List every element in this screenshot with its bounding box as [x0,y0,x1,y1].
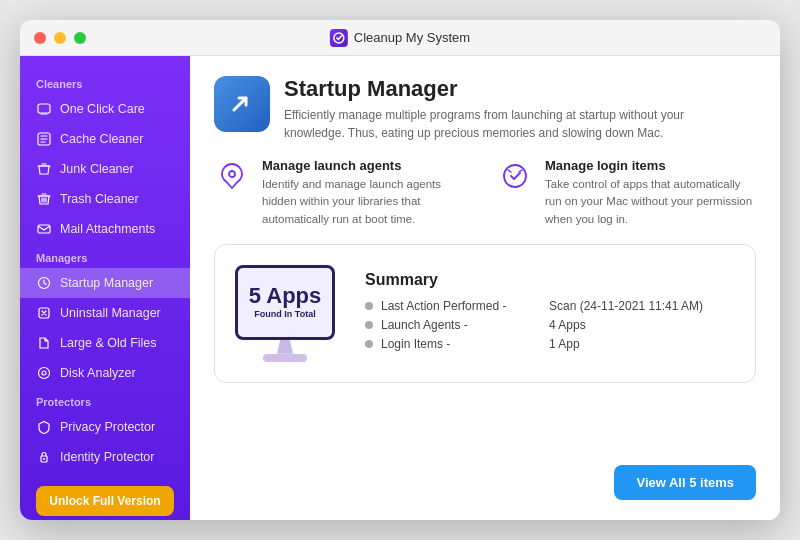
trash-cleaner-label: Trash Cleaner [60,192,139,206]
feature-launch-agents-title: Manage launch agents [262,158,473,173]
feature-launch-agents: Manage launch agents Identify and manage… [214,158,473,228]
sidebar-item-trash-cleaner[interactable]: Trash Cleaner [20,184,190,214]
uninstall-manager-icon [36,305,52,321]
svg-point-7 [42,371,46,375]
uninstall-manager-label: Uninstall Manager [60,306,161,320]
sidebar-item-privacy-protector[interactable]: Privacy Protector [20,412,190,442]
app-icon [330,29,348,47]
disk-analyzer-icon [36,365,52,381]
identity-protector-icon [36,449,52,465]
startup-manager-app-icon [214,76,270,132]
content-area: Startup Manager Efficiently manage multi… [190,56,780,520]
large-old-files-label: Large & Old Files [60,336,157,350]
main-window: Cleanup My System Cleaners One Click Car… [20,20,780,520]
view-all-button[interactable]: View All 5 items [614,465,756,500]
monitor-count: 5 Apps [249,283,322,309]
summary-dot-2 [365,340,373,348]
minimize-button[interactable] [54,32,66,44]
sidebar-section-cleaners: Cleaners [20,70,190,94]
feature-launch-agents-description: Identify and manage launch agents hidden… [262,176,473,228]
summary-details: Summary Last Action Performed - Scan (24… [365,271,735,356]
app-header: Startup Manager Efficiently manage multi… [214,76,756,142]
titlebar-center: Cleanup My System [330,29,470,47]
feature-login-items-description: Take control of apps that automatically … [545,176,756,228]
maximize-button[interactable] [74,32,86,44]
summary-key-2: Login Items - [381,337,541,351]
features-row: Manage launch agents Identify and manage… [214,158,756,228]
svg-point-9 [43,458,45,460]
summary-row-1: Launch Agents - 4 Apps [365,318,735,332]
launch-agents-icon [214,158,250,194]
sidebar-item-startup-manager[interactable]: Startup Manager [20,268,190,298]
monitor-sublabel: Found In Total [254,309,315,321]
app-title: Cleanup My System [354,30,470,45]
sidebar-item-large-old-files[interactable]: Large & Old Files [20,328,190,358]
sidebar-section-managers: Managers [20,244,190,268]
sidebar-item-cache-cleaner[interactable]: Cache Cleaner [20,124,190,154]
app-header-description: Efficiently manage multiple programs fro… [284,106,734,142]
privacy-protector-label: Privacy Protector [60,420,155,434]
privacy-protector-icon [36,419,52,435]
startup-manager-label: Startup Manager [60,276,153,290]
summary-key-1: Launch Agents - [381,318,541,332]
summary-value-0: Scan (24-11-2021 11:41 AM) [549,299,703,313]
disk-analyzer-label: Disk Analyzer [60,366,136,380]
monitor-base [263,354,307,362]
svg-rect-3 [38,225,50,233]
summary-row-2: Login Items - 1 App [365,337,735,351]
sidebar-item-mail-attachments[interactable]: Mail Attachments [20,214,190,244]
svg-point-6 [39,368,50,379]
monitor-screen: 5 Apps Found In Total [235,265,335,340]
summary-value-1: 4 Apps [549,318,586,332]
summary-value-2: 1 App [549,337,580,351]
summary-row-0: Last Action Performed - Scan (24-11-2021… [365,299,735,313]
close-button[interactable] [34,32,46,44]
one-click-care-icon [36,101,52,117]
large-files-icon [36,335,52,351]
sidebar-item-disk-analyzer[interactable]: Disk Analyzer [20,358,190,388]
junk-cleaner-icon [36,161,52,177]
monitor-stand [277,340,293,354]
summary-card: 5 Apps Found In Total Summary Last Actio… [214,244,756,383]
app-header-title: Startup Manager [284,76,734,102]
content-footer: View All 5 items [214,465,756,500]
svg-point-10 [229,171,235,177]
one-click-care-label: One Click Care [60,102,145,116]
summary-title: Summary [365,271,735,289]
main-content: Cleaners One Click Care Cache Cleaner Ju… [20,56,780,520]
mail-icon [36,221,52,237]
feature-launch-agents-text: Manage launch agents Identify and manage… [262,158,473,228]
sidebar-item-one-click-care[interactable]: One Click Care [20,94,190,124]
sidebar-item-uninstall-manager[interactable]: Uninstall Manager [20,298,190,328]
svg-point-11 [504,165,526,187]
app-header-text: Startup Manager Efficiently manage multi… [284,76,734,142]
cache-cleaner-icon [36,131,52,147]
summary-dot-0 [365,302,373,310]
unlock-full-version-button[interactable]: Unlock Full Version [36,486,174,516]
summary-key-0: Last Action Performed - [381,299,541,313]
sidebar-item-identity-protector[interactable]: Identity Protector [20,442,190,472]
feature-login-items-title: Manage login items [545,158,756,173]
identity-protector-label: Identity Protector [60,450,155,464]
svg-rect-1 [38,104,50,113]
sidebar-section-protectors: Protectors [20,388,190,412]
sidebar: Cleaners One Click Care Cache Cleaner Ju… [20,56,190,520]
feature-login-items: Manage login items Take control of apps … [497,158,756,228]
titlebar: Cleanup My System [20,20,780,56]
monitor-graphic: 5 Apps Found In Total [235,265,335,362]
mail-attachments-label: Mail Attachments [60,222,155,236]
feature-login-items-text: Manage login items Take control of apps … [545,158,756,228]
startup-manager-icon [36,275,52,291]
sidebar-item-junk-cleaner[interactable]: Junk Cleaner [20,154,190,184]
trash-cleaner-icon [36,191,52,207]
summary-dot-1 [365,321,373,329]
login-items-icon [497,158,533,194]
cache-cleaner-label: Cache Cleaner [60,132,143,146]
sidebar-footer: Unlock Full Version [20,472,190,520]
junk-cleaner-label: Junk Cleaner [60,162,134,176]
